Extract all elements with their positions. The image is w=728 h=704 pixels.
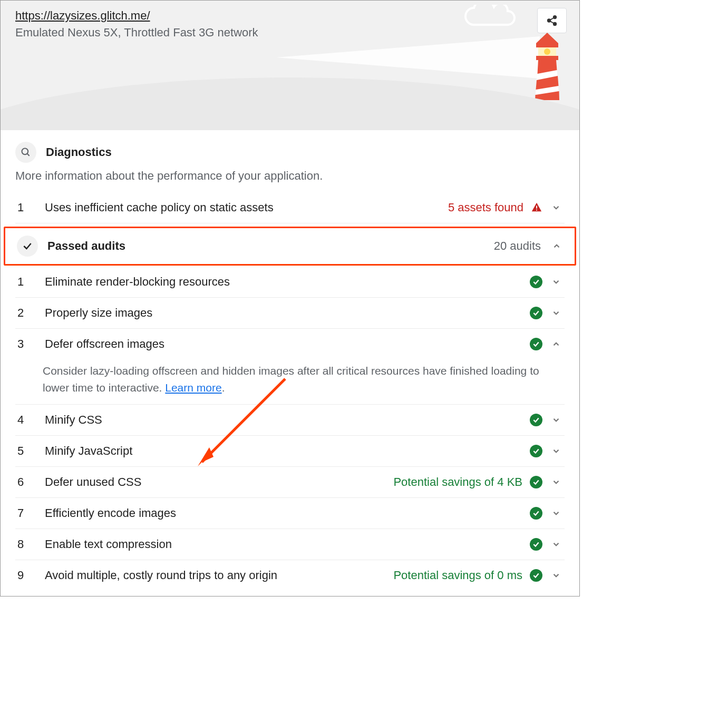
- row-number: 3: [17, 337, 36, 351]
- audit-detail-text: Consider lazy-loading offscreen and hidd…: [15, 359, 565, 405]
- svg-rect-17: [536, 210, 537, 211]
- passed-audit-row[interactable]: 5Minify JavaScript: [15, 436, 565, 467]
- row-number: 1: [17, 275, 36, 289]
- check-icon: [17, 236, 38, 257]
- row-title: Efficiently encode images: [45, 506, 521, 520]
- passed-audit-row[interactable]: 3Defer offscreen images: [15, 329, 565, 359]
- passed-audit-row[interactable]: 1Eliminate render-blocking resources: [15, 267, 565, 298]
- passed-audit-row[interactable]: 8Enable text compression: [15, 529, 565, 560]
- light-beam: [276, 36, 540, 79]
- passed-audits-count: 20 audits: [494, 239, 541, 253]
- passed-audit-row[interactable]: 2Properly size images: [15, 298, 565, 329]
- diagnostics-title: Diagnostics: [46, 145, 112, 159]
- diagnostic-row[interactable]: 1 Uses inefficient cache policy on stati…: [15, 192, 565, 223]
- diagnostics-header: Diagnostics: [15, 142, 565, 163]
- row-number: 2: [17, 306, 36, 320]
- svg-point-0: [554, 16, 557, 18]
- row-number: 1: [17, 201, 36, 214]
- report-header: https://lazysizes.glitch.me/ Emulated Ne…: [1, 1, 579, 130]
- lighthouse-logo: [529, 33, 566, 104]
- passed-audit-row[interactable]: 4Minify CSS: [15, 405, 565, 436]
- svg-line-4: [550, 21, 554, 23]
- pass-badge-icon: [530, 307, 542, 319]
- row-title: Eliminate render-blocking resources: [45, 275, 521, 289]
- chevron-down-icon: [550, 415, 562, 425]
- row-number: 5: [17, 444, 36, 458]
- row-number: 8: [17, 537, 36, 551]
- passed-audit-row[interactable]: 6Defer unused CSSPotential savings of 4 …: [15, 467, 565, 498]
- chevron-up-icon: [550, 241, 563, 251]
- warning-icon: [531, 202, 542, 213]
- pass-badge-icon: [530, 338, 542, 350]
- row-title: Uses inefficient cache policy on static …: [45, 201, 440, 214]
- svg-rect-6: [536, 43, 558, 47]
- row-title: Defer offscreen images: [45, 337, 521, 351]
- share-button[interactable]: [537, 8, 567, 33]
- share-icon: [546, 15, 558, 26]
- pass-badge-icon: [530, 476, 542, 488]
- pass-badge-icon: [530, 445, 542, 457]
- chevron-down-icon: [550, 571, 562, 580]
- chevron-up-icon: [550, 339, 562, 349]
- passed-audit-row[interactable]: 9Avoid multiple, costly round trips to a…: [15, 560, 565, 591]
- row-number: 6: [17, 475, 36, 489]
- row-savings-text: Potential savings of 4 KB: [393, 475, 522, 489]
- row-savings-text: Potential savings of 0 ms: [393, 569, 522, 582]
- pass-badge-icon: [530, 276, 542, 288]
- row-status-text: 5 assets found: [448, 201, 523, 214]
- chevron-down-icon: [550, 446, 562, 456]
- pass-badge-icon: [530, 414, 542, 426]
- cloud-icon: [463, 5, 527, 30]
- pass-badge-icon: [530, 538, 542, 551]
- row-number: 7: [17, 506, 36, 520]
- svg-rect-9: [536, 56, 558, 60]
- pass-badge-icon: [530, 507, 542, 520]
- diagnostics-description: More information about the performance o…: [15, 169, 565, 183]
- search-icon: [15, 142, 36, 163]
- hill-decoration: [1, 77, 579, 130]
- svg-point-2: [554, 23, 557, 25]
- report-url-link[interactable]: https://lazysizes.glitch.me/: [15, 9, 150, 22]
- chevron-down-icon: [550, 540, 562, 549]
- pass-badge-icon: [530, 569, 542, 582]
- svg-rect-16: [536, 206, 537, 209]
- row-title: Enable text compression: [45, 537, 521, 551]
- row-title: Properly size images: [45, 306, 521, 320]
- svg-point-8: [544, 48, 550, 55]
- row-title: Avoid multiple, costly round trips to an…: [45, 569, 385, 582]
- svg-point-14: [22, 149, 28, 155]
- row-title: Defer unused CSS: [45, 475, 385, 489]
- svg-marker-5: [536, 33, 558, 43]
- chevron-down-icon: [550, 277, 562, 287]
- svg-point-1: [548, 19, 551, 22]
- row-title: Minify JavaScript: [45, 444, 521, 458]
- row-number: 9: [17, 569, 36, 582]
- chevron-down-icon: [550, 477, 562, 487]
- chevron-down-icon: [550, 308, 562, 318]
- row-title: Minify CSS: [45, 413, 521, 427]
- passed-audits-title: Passed audits: [47, 239, 484, 253]
- passed-audit-row[interactable]: 7Efficiently encode images: [15, 498, 565, 529]
- chevron-down-icon: [550, 203, 562, 212]
- passed-audits-highlight: Passed audits 20 audits: [4, 227, 576, 266]
- passed-audits-list: 1Eliminate render-blocking resources2Pro…: [15, 267, 565, 591]
- chevron-down-icon: [550, 509, 562, 518]
- passed-audits-header[interactable]: Passed audits 20 audits: [15, 228, 565, 264]
- svg-line-15: [27, 154, 30, 156]
- report-body: Diagnostics More information about the p…: [1, 130, 579, 596]
- svg-line-3: [550, 18, 554, 20]
- row-number: 4: [17, 413, 36, 427]
- learn-more-link[interactable]: Learn more: [165, 382, 221, 394]
